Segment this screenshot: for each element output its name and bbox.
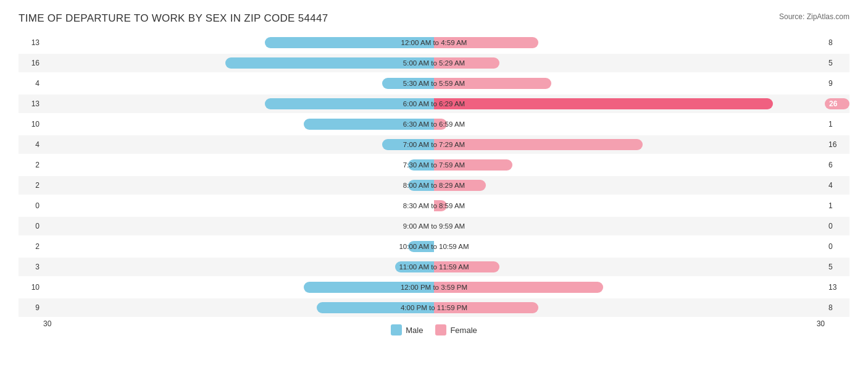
male-value: 2 <box>19 181 43 190</box>
male-value: 13 <box>19 38 43 47</box>
bar-row: 1312:00 AM to 4:59 AM8 <box>19 33 849 52</box>
bar-row: 1012:00 PM to 3:59 PM13 <box>19 278 849 297</box>
bar-row: 165:00 AM to 5:29 AM5 <box>19 54 849 72</box>
male-bar <box>382 78 434 89</box>
male-value: 0 <box>19 222 43 230</box>
bar-center: 8:00 AM to 8:29 AM <box>43 176 825 195</box>
male-value: 10 <box>19 120 43 129</box>
chart-container: TIME OF DEPARTURE TO WORK BY SEX IN ZIP … <box>0 0 868 367</box>
male-value: 13 <box>19 99 43 108</box>
female-value: 8 <box>825 38 849 47</box>
female-value: 4 <box>825 181 849 190</box>
male-value: 2 <box>19 161 43 169</box>
bar-center: 6:00 AM to 6:29 AM <box>43 95 825 113</box>
male-bar <box>265 98 434 109</box>
bar-row: 94:00 PM to 11:59 PM8 <box>19 298 849 317</box>
bar-row: 311:00 AM to 11:59 AM5 <box>19 258 849 276</box>
bar-row: 136:00 AM to 6:29 AM26 <box>19 95 849 113</box>
female-bar <box>434 302 538 313</box>
female-value: 1 <box>825 201 849 210</box>
female-bar <box>434 200 447 211</box>
male-value: 0 <box>19 201 43 210</box>
male-value: 10 <box>19 283 43 292</box>
female-bar <box>434 119 447 130</box>
bar-center: 7:00 AM to 7:29 AM <box>43 135 825 154</box>
bar-center: 5:30 AM to 5:59 AM <box>43 74 825 93</box>
axis-right: 30 <box>817 319 825 335</box>
male-bar <box>317 302 434 313</box>
bar-center: 7:30 AM to 7:59 AM <box>43 156 825 174</box>
legend-female: Female <box>435 324 477 335</box>
female-bar <box>434 98 773 109</box>
bar-center: 8:30 AM to 8:59 AM <box>43 196 825 215</box>
male-bar <box>395 261 434 272</box>
bar-row: 106:30 AM to 6:59 AM1 <box>19 115 849 133</box>
female-value: 26 <box>825 98 849 109</box>
female-bar <box>434 37 538 48</box>
source-label: Source: ZipAtlas.com <box>779 12 849 21</box>
male-bar <box>225 57 434 69</box>
bar-center: 6:30 AM to 6:59 AM <box>43 115 825 133</box>
bar-row: 09:00 AM to 9:59 AM0 <box>19 217 849 235</box>
male-bar <box>304 282 434 293</box>
female-value: 6 <box>825 161 849 169</box>
bottom-axis: 30 Male Female 30 <box>19 319 849 335</box>
male-bar <box>408 241 434 252</box>
female-bar <box>434 78 551 89</box>
male-value: 4 <box>19 140 43 149</box>
chart-area: 1312:00 AM to 4:59 AM8165:00 AM to 5:29 … <box>19 33 849 317</box>
female-value: 0 <box>825 222 849 230</box>
female-bar <box>434 57 499 69</box>
male-bar <box>304 119 434 130</box>
female-bar <box>434 180 486 191</box>
male-bar <box>382 139 434 150</box>
bar-center: 11:00 AM to 11:59 AM <box>43 258 825 276</box>
bar-center: 5:00 AM to 5:29 AM <box>43 54 825 72</box>
male-swatch <box>391 324 402 335</box>
male-bar <box>408 159 434 171</box>
bar-row: 45:30 AM to 5:59 AM9 <box>19 74 849 93</box>
male-value: 4 <box>19 79 43 88</box>
female-value: 16 <box>825 140 849 149</box>
female-bar <box>434 159 512 171</box>
legend-male: Male <box>391 324 423 335</box>
male-value: 3 <box>19 263 43 271</box>
male-value: 9 <box>19 303 43 312</box>
bar-center: 10:00 AM to 10:59 AM <box>43 237 825 256</box>
female-value: 8 <box>825 303 849 312</box>
chart-title: TIME OF DEPARTURE TO WORK BY SEX IN ZIP … <box>19 12 849 25</box>
bar-row: 27:30 AM to 7:59 AM6 <box>19 156 849 174</box>
male-value: 2 <box>19 242 43 251</box>
bar-row: 08:30 AM to 8:59 AM1 <box>19 196 849 215</box>
female-bar <box>434 282 603 293</box>
female-bar <box>434 261 499 272</box>
male-bar <box>408 180 434 191</box>
female-bar <box>434 139 643 150</box>
bar-center: 9:00 AM to 9:59 AM <box>43 217 825 235</box>
bar-row: 28:00 AM to 8:29 AM4 <box>19 176 849 195</box>
female-value: 5 <box>825 59 849 67</box>
male-label: Male <box>406 326 423 335</box>
bar-center: 12:00 PM to 3:59 PM <box>43 278 825 297</box>
male-bar <box>265 37 434 48</box>
bar-center: 12:00 AM to 4:59 AM <box>43 33 825 52</box>
female-value: 0 <box>825 242 849 251</box>
female-value: 9 <box>825 79 849 88</box>
female-value: 1 <box>825 120 849 129</box>
bar-row: 47:00 AM to 7:29 AM16 <box>19 135 849 154</box>
female-label: Female <box>450 326 477 335</box>
bar-row: 210:00 AM to 10:59 AM0 <box>19 237 849 256</box>
bar-center: 4:00 PM to 11:59 PM <box>43 298 825 317</box>
female-swatch <box>435 324 446 335</box>
axis-left: 30 <box>43 319 51 335</box>
male-value: 16 <box>19 59 43 67</box>
legend: Male Female <box>391 324 477 335</box>
female-value: 13 <box>825 283 849 292</box>
female-value: 5 <box>825 263 849 271</box>
